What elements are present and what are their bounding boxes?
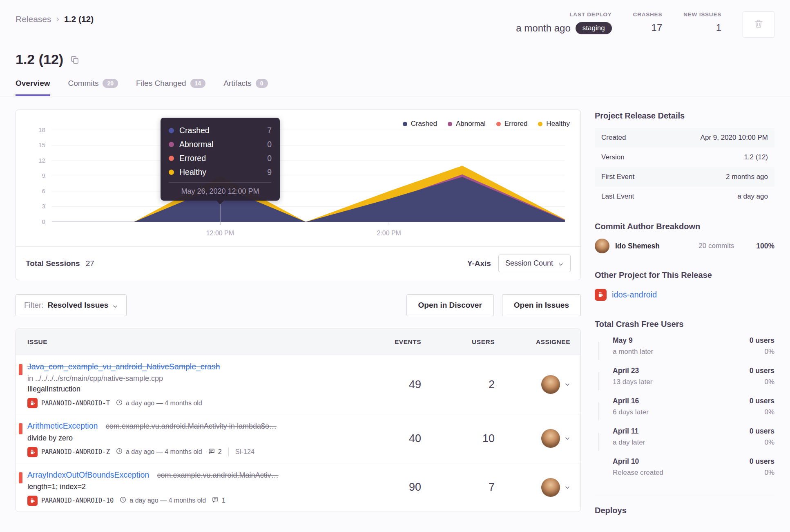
tooltip-label: Errored — [179, 154, 206, 163]
tooltip-label: Abnormal — [179, 140, 213, 149]
legend-item[interactable]: Errored — [496, 120, 528, 128]
issue-row: ArrayIndexOutOfBoundsException com.examp… — [16, 463, 580, 512]
copy-version-icon[interactable] — [70, 55, 80, 65]
stat-new-issues: NEW ISSUES 1 — [683, 11, 721, 34]
issue-title-link[interactable]: ArithmeticException — [27, 421, 98, 430]
timeline-connector — [598, 402, 599, 420]
tab-artifacts[interactable]: Artifacts 0 — [223, 79, 268, 96]
new-issues-label: NEW ISSUES — [683, 11, 721, 18]
sessions-chart-card: 036912151812:00 PM2:00 PM Crashed Abnorm… — [16, 110, 581, 280]
assignee-dropdown[interactable] — [495, 429, 570, 448]
project-badge[interactable]: PARANOID-ANDROID-Z — [27, 447, 110, 457]
issue-title-link[interactable]: Java_com_example_vu_android_NativeSample… — [27, 362, 220, 371]
release-overview-page: Releases › 1.2 (12) LAST DEPLOY a month … — [0, 0, 790, 532]
issue-events-count: 90 — [348, 481, 421, 494]
tooltip-dot-icon — [169, 156, 174, 161]
comments-badge[interactable]: 2 — [208, 447, 222, 456]
issue-message: IllegalInstruction — [27, 385, 348, 393]
assignee-dropdown[interactable] — [495, 375, 570, 394]
delete-release-button[interactable] — [743, 11, 774, 38]
tooltip-value: 9 — [267, 168, 272, 177]
breadcrumb-releases[interactable]: Releases — [16, 14, 51, 24]
sidebar: Project Release Details Created Apr 9, 2… — [595, 110, 774, 515]
left-column: 036912151812:00 PM2:00 PM Crashed Abnorm… — [16, 110, 581, 512]
commit-authors-heading: Commit Author Breakdown — [595, 222, 774, 231]
assignee-avatar[interactable] — [541, 429, 560, 448]
open-in-issues-button[interactable]: Open in Issues — [502, 294, 581, 316]
crashes-value: 17 — [652, 22, 663, 34]
breadcrumb: Releases › 1.2 (12) — [16, 11, 94, 25]
issue-location: in ../../../../src/main/cpp/native-sampl… — [27, 374, 348, 383]
release-detail-row: Last Event a day ago — [595, 187, 774, 206]
open-in-discover-button[interactable]: Open in Discover — [406, 294, 494, 316]
issue-culprit: com.example.vu.android.MainActivity in l… — [106, 422, 277, 430]
issue-users-count: 10 — [421, 432, 495, 445]
legend-dot-icon — [448, 122, 452, 126]
title-row: 1.2 (12) — [0, 51, 790, 67]
timeline-connector — [598, 342, 599, 360]
author-avatar — [595, 239, 609, 253]
page-title: 1.2 (12) — [16, 51, 63, 67]
release-details-heading: Project Release Details — [595, 111, 774, 121]
issues-table-header: ISSUE EVENTS USERS ASSIGNEE — [16, 329, 580, 355]
comments-count: 1 — [222, 497, 225, 504]
release-detail-row: First Event 2 months ago — [595, 167, 774, 187]
issue-short-id: SI-124 — [235, 448, 254, 456]
issue-age: a day ago — 4 months old — [116, 447, 202, 456]
crash-free-date: April 16 — [613, 397, 649, 405]
assignee-avatar[interactable] — [541, 478, 560, 497]
issues-filter-dropdown[interactable]: Filter: Resolved Issues — [16, 294, 127, 316]
tab-label: Overview — [16, 79, 50, 88]
sessions-chart[interactable]: 036912151812:00 PM2:00 PM Crashed Abnorm… — [26, 112, 571, 246]
deploys-heading: Deploys — [595, 506, 774, 515]
last-deploy-label: LAST DEPLOY — [516, 11, 611, 18]
y-axis-dropdown[interactable]: Session Count — [498, 255, 571, 272]
tooltip-value: 7 — [267, 126, 272, 135]
tooltip-dot-icon — [169, 170, 174, 175]
issues-table: ISSUE EVENTS USERS ASSIGNEE Java_com_exa… — [16, 329, 581, 512]
y-axis-label: Y-Axis — [467, 259, 491, 268]
clock-icon — [116, 447, 123, 456]
tab-badge: 0 — [256, 79, 268, 88]
detail-label: Last Event — [601, 192, 634, 201]
project-badge[interactable]: PARANOID-ANDROID-T — [27, 398, 110, 408]
svg-text:9: 9 — [42, 172, 45, 179]
assignee-avatar[interactable] — [541, 375, 560, 394]
issues-table-body: Java_com_example_vu_android_NativeSample… — [16, 355, 580, 512]
crash-free-users: 0 users — [750, 457, 774, 466]
legend-item[interactable]: Abnormal — [448, 120, 486, 128]
timeline-connector — [598, 433, 599, 451]
clock-icon — [116, 399, 123, 408]
detail-value: a day ago — [737, 192, 768, 201]
crash-free-users: 0 users — [750, 427, 774, 436]
tab-label: Artifacts — [223, 79, 252, 88]
tab-badge: 20 — [103, 79, 118, 88]
other-project-link[interactable]: idos-android — [612, 290, 657, 300]
tooltip-label: Crashed — [179, 126, 210, 135]
crash-free-users: 0 users — [750, 397, 774, 405]
commit-author-breakdown: Commit Author Breakdown Ido Shemesh 20 c… — [595, 222, 774, 253]
column-issue: ISSUE — [16, 338, 348, 346]
other-project-section: Other Project for This Release idos-andr… — [595, 270, 774, 301]
issue-title-link[interactable]: ArrayIndexOutOfBoundsException — [27, 470, 149, 479]
tab-commits[interactable]: Commits 20 — [68, 79, 118, 96]
comments-badge[interactable]: 1 — [212, 496, 225, 505]
issue-age: a day ago — 4 months old — [116, 399, 202, 408]
environment-badge: staging — [576, 22, 612, 34]
crash-free-percent: 0% — [750, 469, 774, 477]
project-slug: PARANOID-ANDROID-T — [41, 400, 110, 407]
legend-item[interactable]: Crashed — [403, 120, 437, 128]
tooltip-dot-icon — [169, 142, 174, 147]
assignee-dropdown[interactable] — [495, 478, 570, 497]
tab-files-changed[interactable]: Files Changed 14 — [136, 79, 205, 96]
project-badge[interactable]: PARANOID-ANDROID-10 — [27, 496, 114, 506]
tab-overview[interactable]: Overview — [16, 79, 50, 96]
legend-item[interactable]: Healthy — [538, 120, 570, 128]
project-icon — [595, 289, 607, 301]
svg-text:6: 6 — [42, 188, 45, 194]
other-project-heading: Other Project for This Release — [595, 270, 774, 280]
crashes-label: CRASHES — [633, 11, 663, 18]
crash-free-percent: 0% — [750, 408, 774, 416]
issue-message: length=1; index=2 — [27, 483, 348, 491]
comment-icon — [212, 496, 219, 505]
